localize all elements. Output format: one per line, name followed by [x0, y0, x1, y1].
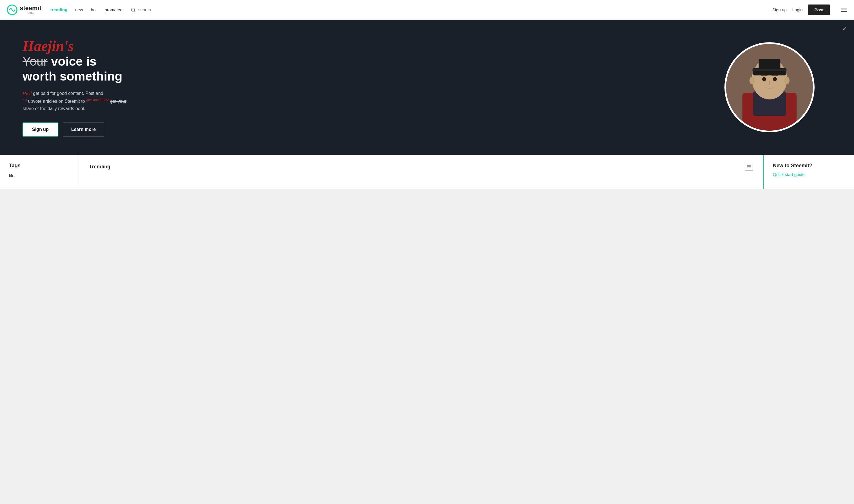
hamburger-menu[interactable]: [841, 8, 847, 12]
hell-text: He'll: [22, 91, 32, 96]
nav-trending[interactable]: trending: [50, 7, 67, 12]
search-icon: [130, 7, 136, 13]
logo-name: steemit: [20, 5, 41, 11]
nav-promoted[interactable]: promoted: [105, 7, 122, 12]
hero-main-title: Your voice isworth something: [22, 54, 169, 84]
tags-title: Tags: [9, 163, 70, 169]
trending-label: Trending: [89, 164, 110, 170]
hero-buttons: Sign up Learn more: [22, 123, 169, 137]
nav-new[interactable]: new: [75, 7, 83, 12]
logo[interactable]: steemit beta: [7, 4, 41, 15]
search-wrap: [130, 7, 178, 13]
close-button[interactable]: ×: [842, 25, 846, 32]
svg-point-10: [762, 77, 766, 81]
svg-rect-9: [759, 59, 781, 70]
logo-text: steemit beta: [20, 5, 41, 14]
hero-learn-more-button[interactable]: Learn more: [63, 123, 104, 137]
hero-description: He'll get paid for good content. Post an…: [22, 90, 141, 112]
nav-links: trending new hot promoted: [50, 7, 766, 13]
new-to-panel: New to Steemit? Quick start guide: [764, 155, 854, 188]
trending-header: Trending: [89, 163, 753, 170]
svg-point-13: [784, 77, 789, 84]
hero-title-wrap: Haejin's Your voice isworth something: [22, 38, 169, 84]
give-him-text: give him all the: [86, 98, 109, 102]
nav-hot[interactable]: hot: [91, 7, 97, 12]
trending-panel: Trending: [79, 155, 764, 188]
list-icon: [747, 164, 751, 169]
bottom-section: Tags life Trending New to Steemit? Quick…: [0, 155, 854, 188]
logo-beta: beta: [20, 11, 41, 14]
svg-rect-15: [747, 165, 751, 166]
svg-point-1: [131, 8, 135, 11]
get-your-text: get your: [110, 99, 126, 104]
svg-point-12: [749, 77, 755, 84]
signup-link[interactable]: Sign up: [772, 7, 787, 12]
post-button[interactable]: Post: [808, 4, 830, 15]
search-input[interactable]: [138, 7, 178, 12]
nav-right: Sign up Login Post: [772, 4, 847, 15]
hero-desc-3: share of the daily rewards pool.: [22, 106, 85, 111]
tags-panel: Tags life: [0, 155, 79, 188]
new-to-title: New to Steemit?: [773, 163, 845, 169]
quick-start-link[interactable]: Quick start guide: [773, 172, 845, 177]
tag-life[interactable]: life: [9, 173, 70, 178]
haejin-text: Haejin's: [22, 38, 169, 54]
svg-rect-17: [747, 168, 751, 168]
svg-point-11: [773, 77, 777, 81]
hero-section: × Haejin's Your voice isworth something …: [0, 20, 854, 155]
svg-rect-16: [747, 166, 751, 167]
hero-signup-button[interactable]: Sign up: [22, 123, 58, 137]
login-link[interactable]: Login: [792, 7, 803, 12]
hero-desc-2: upvote articles on Steemit to: [28, 99, 86, 104]
navbar: steemit beta trending new hot promoted S…: [0, 0, 854, 20]
svg-rect-14: [752, 69, 787, 71]
list-view-toggle[interactable]: [745, 163, 753, 170]
hero-person-illustration: [726, 42, 813, 132]
svg-line-2: [135, 11, 136, 12]
steemit-logo-icon: [7, 4, 17, 15]
hero-content: Haejin's Your voice isworth something He…: [22, 38, 169, 136]
hero-image-wrap: [725, 42, 815, 132]
hero-avatar: [725, 42, 815, 132]
hero-desc-1: get paid for good content. Post and: [33, 91, 103, 96]
your-strikethrough: Your: [22, 54, 48, 68]
his-text: his: [22, 98, 27, 102]
